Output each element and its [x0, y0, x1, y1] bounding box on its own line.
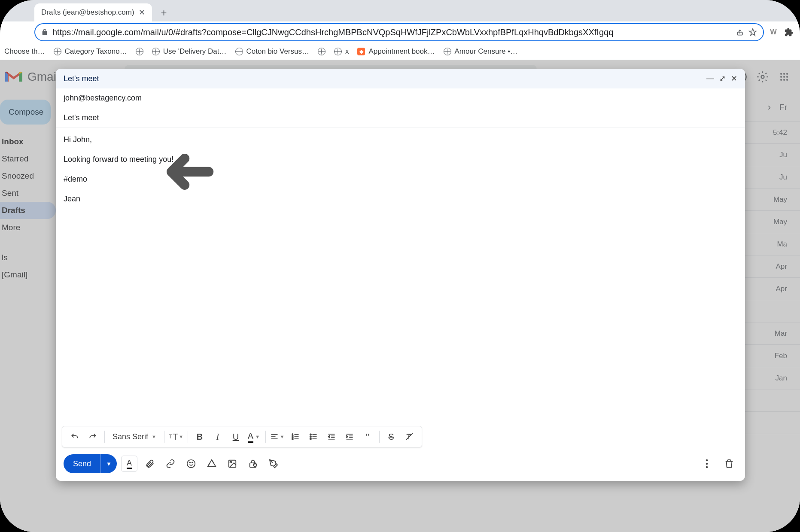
signature-icon[interactable] — [265, 456, 282, 472]
label-gmail[interactable]: [Gmail] — [0, 266, 56, 283]
nav-inbox[interactable]: Inbox — [0, 133, 56, 150]
svg-point-14 — [780, 73, 782, 75]
font-family-dropdown[interactable]: Sans Serif ▼ — [108, 432, 161, 441]
globe-icon — [235, 48, 243, 55]
bookmark-item[interactable] — [318, 48, 325, 55]
bookmark-item[interactable] — [136, 48, 143, 55]
bookmark-label: Choose th… — [4, 47, 45, 56]
nav-starred[interactable]: Starred — [0, 150, 56, 167]
format-toolbar: Sans Serif ▼ TT ▼ B I U A ▼ — [62, 426, 422, 447]
bookmark-label: Appointment book… — [368, 47, 435, 56]
apps-grid-icon[interactable] — [777, 70, 791, 84]
globe-icon — [444, 48, 451, 55]
underline-icon[interactable]: U — [228, 429, 244, 445]
attach-icon[interactable] — [142, 456, 158, 472]
extension-w-icon[interactable]: W — [767, 26, 779, 38]
bookmark-label: Amour Censure •… — [455, 47, 518, 56]
extensions-icon[interactable] — [783, 26, 795, 38]
subject-field[interactable]: Let's meet — [56, 108, 745, 128]
confidential-icon[interactable] — [245, 456, 261, 472]
bookmark-label: x — [345, 47, 349, 56]
nav-sent[interactable]: Sent — [0, 185, 56, 202]
bookmark-label: Use 'Delivery Dat… — [163, 47, 227, 56]
minimize-icon[interactable]: — — [706, 74, 714, 83]
bookmark-item[interactable]: Choose th… — [4, 47, 45, 56]
remove-formatting-icon[interactable] — [401, 429, 417, 445]
mail-date: Jan — [776, 374, 787, 383]
bulleted-list-icon[interactable] — [305, 429, 322, 445]
chevron-down-icon: ▼ — [280, 434, 284, 439]
quote-icon[interactable]: ” — [359, 429, 376, 445]
compose-dialog: Let's meet — ⤢ ✕ john@bestagency.com Let… — [56, 69, 745, 481]
omnibox[interactable]: https://mail.google.com/mail/u/0/#drafts… — [34, 23, 764, 41]
svg-point-15 — [783, 73, 785, 75]
indent-more-icon[interactable] — [341, 429, 358, 445]
compose-button[interactable]: Compose — [0, 100, 51, 125]
bookmark-item[interactable]: Amour Censure •… — [444, 47, 518, 56]
compose-body[interactable]: Hi John, Looking forward to meeting you!… — [56, 128, 745, 426]
undo-icon[interactable] — [67, 429, 83, 445]
svg-point-48 — [192, 462, 193, 463]
svg-text:3: 3 — [292, 438, 293, 440]
font-size-icon[interactable]: TT ▼ — [168, 429, 184, 445]
bookmark-item[interactable]: ◆ Appointment book… — [357, 47, 435, 56]
close-icon[interactable]: ✕ — [731, 74, 737, 83]
italic-icon[interactable]: I — [210, 429, 226, 445]
bookmark-item[interactable]: Use 'Delivery Dat… — [152, 47, 227, 56]
send-options-dropdown[interactable]: ▼ — [100, 454, 117, 473]
text-color-icon[interactable]: A ▼ — [246, 429, 262, 445]
indent-less-icon[interactable] — [323, 429, 340, 445]
close-tab-icon[interactable]: ✕ — [139, 8, 145, 17]
popout-icon[interactable]: ⤢ — [719, 74, 726, 83]
svg-point-18 — [783, 76, 785, 78]
svg-point-20 — [780, 79, 782, 81]
svg-point-21 — [783, 79, 785, 81]
globe-icon — [54, 48, 61, 55]
svg-point-46 — [187, 460, 195, 468]
mail-date: Apr — [776, 262, 787, 271]
formatting-toggle-icon[interactable]: A — [121, 456, 137, 472]
bookmark-label: Coton bio Versus… — [246, 47, 309, 56]
image-icon[interactable] — [224, 456, 240, 472]
compose-label: Compose — [9, 107, 43, 117]
discard-draft-icon[interactable] — [721, 456, 737, 472]
to-field[interactable]: john@bestagency.com — [56, 88, 745, 108]
svg-point-54 — [706, 463, 708, 465]
drive-icon[interactable] — [204, 456, 220, 472]
svg-point-19 — [786, 76, 788, 78]
compose-header: Let's meet — ⤢ ✕ — [56, 69, 745, 88]
compose-title: Let's meet — [64, 74, 99, 83]
nav-snoozed[interactable]: Snoozed — [0, 167, 56, 185]
svg-point-35 — [310, 434, 311, 435]
link-icon[interactable] — [162, 456, 179, 472]
url-text: https://mail.google.com/mail/u/0/#drafts… — [52, 27, 731, 37]
numbered-list-icon[interactable]: 123 — [287, 429, 304, 445]
mail-date: Apr — [776, 285, 787, 293]
redo-icon[interactable] — [85, 429, 101, 445]
bookmark-item[interactable]: Category Taxono… — [54, 47, 127, 56]
language-indicator[interactable]: Fr — [779, 103, 787, 112]
star-icon[interactable] — [748, 28, 757, 36]
send-label: Send — [64, 459, 100, 468]
nav-drafts[interactable]: Drafts — [0, 202, 56, 219]
bookmark-item[interactable]: x — [334, 47, 349, 56]
app-icon: ◆ — [357, 48, 365, 55]
new-tab-button[interactable]: + — [155, 4, 173, 21]
svg-point-16 — [786, 73, 788, 75]
nav-chevron-right-icon[interactable]: › — [768, 102, 771, 113]
browser-tab[interactable]: Drafts (jean@bestshop.com) ✕ — [34, 3, 152, 21]
mail-date: Ju — [779, 173, 787, 182]
strikethrough-icon[interactable]: S — [383, 429, 399, 445]
more-options-icon[interactable] — [699, 456, 715, 472]
share-icon[interactable] — [736, 28, 744, 36]
settings-gear-icon[interactable] — [755, 70, 770, 84]
emoji-icon[interactable] — [183, 456, 199, 472]
bold-icon[interactable]: B — [192, 429, 208, 445]
svg-point-47 — [189, 462, 190, 463]
nav-more[interactable]: More — [0, 219, 56, 236]
send-button[interactable]: Send ▼ — [64, 454, 117, 473]
bookmark-item[interactable]: Coton bio Versus… — [235, 47, 309, 56]
align-icon[interactable]: ▼ — [269, 429, 286, 445]
body-line: Hi John, — [64, 134, 737, 146]
svg-point-55 — [706, 466, 708, 468]
